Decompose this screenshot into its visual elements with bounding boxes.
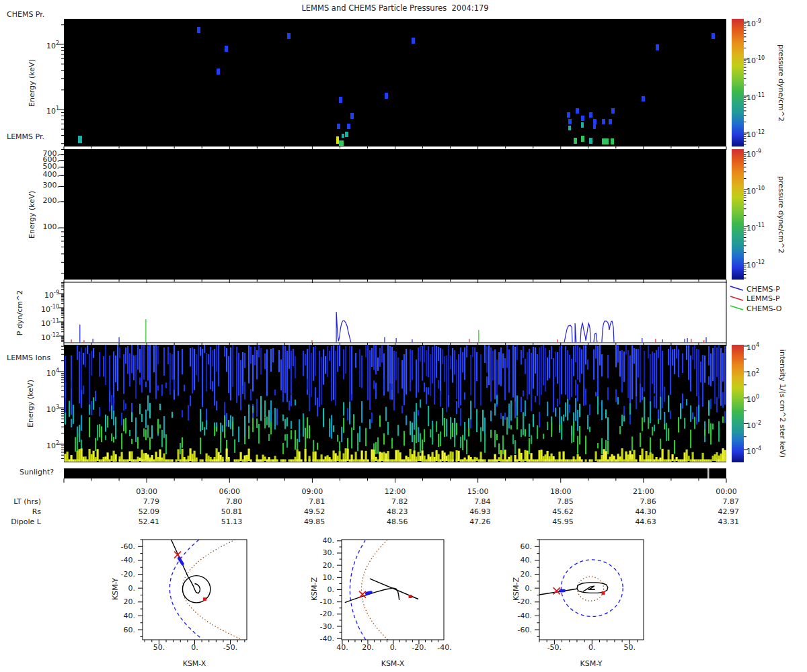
orbit1-xlabel: KSM-X — [167, 659, 221, 668]
row-label-dipole-l: Dipole L — [0, 517, 41, 526]
rs-value: 52.09 — [112, 507, 159, 516]
plot-page: LEMMS and CHEMS Particle Pressures 2004:… — [0, 0, 807, 672]
time-tick-label: 18:00 — [541, 487, 581, 496]
colorbar-tick-label: 10-9 — [746, 147, 761, 159]
rs-value: 49.52 — [278, 507, 325, 516]
row-label-rs: Rs — [0, 507, 41, 516]
colorbar-label-intensity: intensity 1/(s cm^2 ster keV) — [778, 345, 787, 462]
orbit-plot-0 — [169, 540, 241, 639]
dipole-value: 48.56 — [361, 517, 408, 526]
colorbar-tick-label: 10-4 — [746, 444, 761, 456]
time-tick-label: 00:00 — [706, 487, 746, 496]
panel-label-sunlight: Sunlight? — [20, 468, 54, 476]
orbit-y-tick-label: -30. — [304, 622, 334, 631]
time-tick-label: 21:00 — [623, 487, 664, 496]
rs-value: 46.93 — [444, 507, 491, 516]
y-tick-label: 103 — [20, 403, 59, 414]
orbit-y-tick-label: -20. — [304, 610, 334, 618]
rs-value: 50.81 — [195, 507, 242, 516]
orbit-y-tick-label: 0. — [304, 585, 334, 594]
lt-value: 7.81 — [278, 497, 325, 506]
rs-value: 48.23 — [361, 507, 408, 516]
legend-label-chems-p: CHEMS-P — [746, 285, 780, 294]
orbit-y-tick-label: -20. — [105, 570, 135, 579]
lt-value: 7.86 — [609, 497, 656, 506]
row-label-lt: LT (hrs) — [0, 497, 41, 506]
colorbar-tick-label: 10-12 — [746, 258, 765, 269]
orbit-x-tick-label: 0. — [178, 643, 212, 652]
orbit3-xlabel: KSM-Y — [564, 659, 618, 668]
dipole-value: 52.41 — [112, 517, 159, 526]
orbit-y-tick-label: 60. — [502, 542, 532, 551]
orbit-y-tick-label: -40. — [105, 556, 135, 564]
orbit-y-tick-label: 20. — [304, 561, 334, 570]
orbit-y-tick-label: -20. — [502, 597, 532, 606]
orbit-y-tick-label: 40. — [502, 556, 532, 564]
orbit-y-tick-label: 0. — [502, 584, 532, 593]
orbit-plot-2 — [539, 560, 623, 617]
orbit-y-tick-label: 10. — [304, 573, 334, 582]
orbit-y-tick-label: -40. — [304, 634, 334, 643]
orbit-y-tick-label: 40. — [105, 612, 135, 620]
lt-value: 7.79 — [112, 497, 159, 506]
panel-label-lemms-pr: LEMMS Pr. — [7, 132, 44, 141]
colorbar-tick-label: 10-12 — [746, 128, 765, 139]
orbit-y-tick-label: -40. — [502, 612, 532, 620]
orbit-y-tick-label: 20. — [502, 570, 532, 579]
y-tick-label: 300. — [20, 181, 59, 190]
colorbar-tick-label: 102 — [746, 367, 759, 378]
orbit-x-tick-label: 50. — [613, 643, 646, 652]
y-axis-label-energy-2: Energy (keV) — [28, 181, 36, 249]
colorbar-tick-label: 10-10 — [746, 184, 765, 196]
orbit2-xlabel: KSM-X — [366, 659, 420, 668]
y-tick-label: 101 — [20, 104, 59, 116]
orbit-y-tick-label: 40. — [304, 536, 334, 545]
lt-value: 7.87 — [692, 497, 739, 506]
colorbar-tick-label: 104 — [746, 341, 759, 352]
dipole-value: 45.95 — [527, 517, 574, 526]
time-tick-label: 06:00 — [209, 487, 249, 496]
y-tick-label: 500. — [20, 162, 59, 171]
colorbar-tick-label: 10-11 — [746, 91, 765, 102]
colorbar-tick-label: 10-11 — [746, 221, 765, 233]
orbit-x-tick-label: -40. — [428, 643, 461, 652]
page-title: LEMMS and CHEMS Particle Pressures 2004:… — [64, 4, 726, 13]
orbit-y-tick-label: 0. — [105, 584, 135, 593]
colorbar-label-pressure-2: pressure dyne/cm^2 — [777, 171, 785, 259]
lt-value: 7.82 — [361, 497, 408, 506]
rs-value: 44.30 — [609, 507, 656, 516]
colorbar-tick-label: 10-10 — [746, 54, 765, 65]
rs-value: 42.97 — [692, 507, 739, 516]
legend-label-chems-o: CHEMS-O — [746, 304, 781, 313]
orbit-x-tick-label: 0. — [575, 643, 609, 652]
lt-value: 7.84 — [444, 497, 491, 506]
y-tick-label: 10-10 — [20, 302, 59, 314]
colorbar-tick-label: 100 — [746, 392, 759, 404]
time-tick-label: 15:00 — [458, 487, 498, 496]
dipole-value: 51.13 — [195, 517, 242, 526]
rs-value: 45.62 — [527, 507, 574, 516]
y-tick-label: 102 — [20, 439, 59, 450]
y-tick-label: 104 — [20, 366, 59, 378]
time-tick-label: 09:00 — [292, 487, 332, 496]
orbit-plot-1 — [345, 540, 418, 640]
lt-value: 7.85 — [527, 497, 574, 506]
y-tick-label: 10-12 — [20, 331, 59, 342]
orbit-y-tick-label: -60. — [105, 542, 135, 551]
dipole-value: 44.63 — [609, 517, 656, 526]
dipole-value: 49.85 — [278, 517, 325, 526]
panel-label-lemms-ions: LEMMS Ions — [7, 353, 50, 362]
dipole-value: 43.31 — [692, 517, 739, 526]
orbit-y-tick-label: 30. — [304, 548, 334, 557]
legend-label-lemms-p: LEMMS-P — [746, 294, 780, 303]
lt-value: 7.80 — [195, 497, 242, 506]
orbit-y-tick-label: -60. — [502, 626, 532, 634]
y-tick-label: 10-9 — [20, 288, 59, 300]
colorbar-tick-label: 10-9 — [746, 17, 761, 28]
orbit-y-tick-label: -10. — [304, 597, 334, 606]
y-tick-label: 100. — [20, 222, 59, 231]
panel-label-chems-pr: CHEMS Pr. — [7, 10, 44, 19]
time-tick-label: 03:00 — [126, 487, 167, 496]
y-tick-label: 400. — [20, 170, 59, 179]
orbit-x-tick-label: -50. — [214, 643, 247, 652]
